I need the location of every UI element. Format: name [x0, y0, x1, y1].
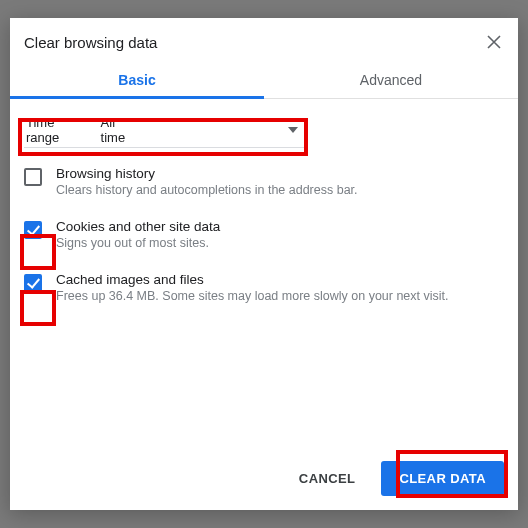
checkbox-cache[interactable] [24, 274, 42, 292]
dialog-header: Clear browsing data [10, 18, 518, 60]
option-title: Browsing history [56, 166, 358, 181]
clear-browsing-data-dialog: Clear browsing data Basic Advanced Time … [10, 18, 518, 510]
option-desc: Clears history and autocompletions in th… [56, 183, 358, 197]
tab-basic[interactable]: Basic [10, 60, 264, 98]
close-icon [487, 35, 501, 49]
option-browsing-history: Browsing history Clears history and auto… [24, 148, 504, 201]
option-desc: Frees up 36.4 MB. Some sites may load mo… [56, 289, 449, 303]
option-cache: Cached images and files Frees up 36.4 MB… [24, 254, 504, 307]
option-text: Browsing history Clears history and auto… [56, 166, 358, 197]
option-text: Cookies and other site data Signs you ou… [56, 219, 220, 250]
time-range-row: Time range All time [24, 109, 304, 148]
chevron-down-icon [288, 127, 298, 133]
checkbox-browsing-history[interactable] [24, 168, 42, 186]
dialog-body: Time range All time Browsing history Cle… [10, 99, 518, 447]
close-button[interactable] [484, 32, 504, 52]
dialog-title: Clear browsing data [24, 34, 157, 51]
option-cookies: Cookies and other site data Signs you ou… [24, 201, 504, 254]
option-text: Cached images and files Frees up 36.4 MB… [56, 272, 449, 303]
option-title: Cached images and files [56, 272, 449, 287]
clear-data-button[interactable]: CLEAR DATA [381, 461, 504, 496]
option-desc: Signs you out of most sites. [56, 236, 220, 250]
time-range-label: Time range [26, 115, 87, 145]
option-title: Cookies and other site data [56, 219, 220, 234]
tab-advanced[interactable]: Advanced [264, 60, 518, 98]
dialog-footer: CANCEL CLEAR DATA [10, 447, 518, 510]
time-range-select[interactable]: All time [101, 115, 298, 145]
time-range-value: All time [101, 115, 128, 145]
checkbox-cookies[interactable] [24, 221, 42, 239]
active-tab-indicator [10, 96, 264, 99]
cancel-button[interactable]: CANCEL [281, 461, 374, 496]
page-backdrop: Clear browsing data Basic Advanced Time … [0, 0, 528, 528]
tab-bar: Basic Advanced [10, 60, 518, 99]
